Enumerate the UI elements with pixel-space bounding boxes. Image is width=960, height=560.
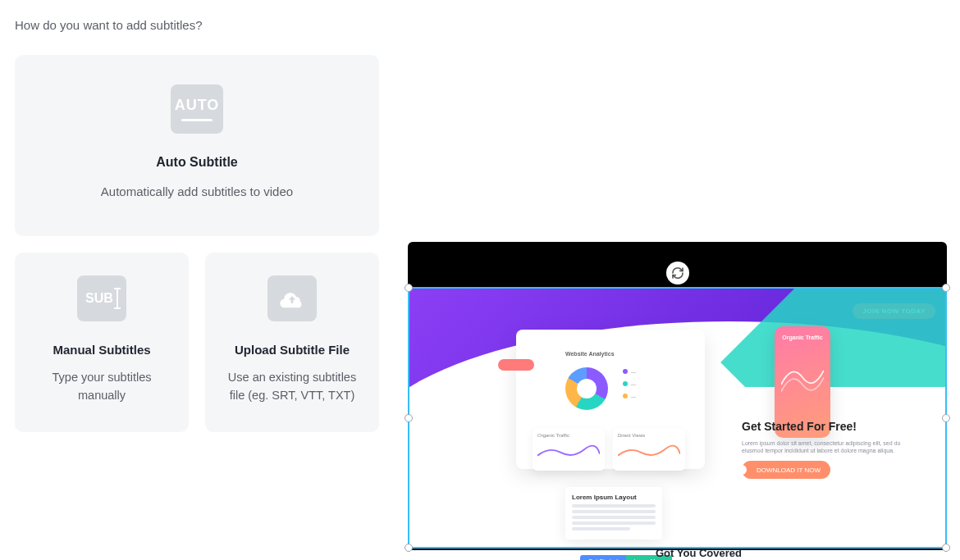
upload-title: Upload Subtitle File bbox=[235, 343, 350, 357]
panel-heading: How do you want to add subtitles? bbox=[15, 18, 379, 32]
resize-handle-e[interactable] bbox=[942, 414, 950, 422]
auto-desc: Automatically add subtitles to video bbox=[39, 183, 354, 202]
monitor-mockup: Website Analytics — — — Organic Traffic … bbox=[516, 330, 705, 469]
donut-chart-icon bbox=[565, 367, 608, 410]
upload-desc: Use an existing subtitles file (eg. SRT,… bbox=[220, 368, 364, 405]
resize-handle-sw[interactable] bbox=[405, 544, 413, 552]
upload-cloud-icon bbox=[267, 275, 317, 321]
legend-icon: — — — bbox=[623, 369, 636, 399]
option-auto-subtitle[interactable]: AUTO Auto Subtitle Automatically add sub… bbox=[15, 55, 379, 236]
option-upload-subtitle-file[interactable]: Upload Subtitle File Use an existing sub… bbox=[205, 253, 379, 433]
auto-icon-label: AUTO bbox=[175, 97, 220, 114]
section-heading: Got You Covered bbox=[656, 547, 742, 559]
download-button: DOWNLOAD IT NOW bbox=[742, 461, 830, 479]
resize-handle-se[interactable] bbox=[942, 544, 950, 552]
text-card: Lorem Ipsum Layout bbox=[565, 487, 662, 540]
resize-handle-nw[interactable] bbox=[405, 284, 413, 292]
auto-title: Auto Subtitle bbox=[39, 155, 354, 170]
auto-icon: AUTO bbox=[171, 84, 223, 134]
resize-handle-ne[interactable] bbox=[942, 284, 950, 292]
manual-title: Manual Subtitles bbox=[53, 343, 150, 357]
dashboard-title: Website Analytics bbox=[565, 351, 615, 357]
hero-body: Lorem ipsum dolor sit amet, consectetur … bbox=[742, 439, 914, 454]
device-mockups: Website Analytics — — — Organic Traffic … bbox=[516, 330, 705, 469]
mini-chart-panel: Organic Traffic bbox=[533, 428, 605, 471]
hero-heading: Get Started For Free! bbox=[742, 420, 914, 433]
manual-icon-label: SUB bbox=[85, 291, 113, 306]
mini-chart-panel: Direct Views bbox=[613, 428, 685, 471]
sync-icon[interactable] bbox=[666, 262, 689, 285]
text-cursor-icon bbox=[117, 289, 118, 307]
video-canvas[interactable]: JOIN NOW TODAY Website Analytics — — — O… bbox=[408, 242, 947, 550]
hero-cta-button: JOIN NOW TODAY bbox=[853, 303, 935, 319]
auto-icon-underline bbox=[181, 119, 213, 121]
hero-copy: Get Started For Free! Lorem ipsum dolor … bbox=[742, 420, 914, 479]
resize-handle-w[interactable] bbox=[405, 414, 413, 422]
manual-icon: SUB bbox=[77, 275, 126, 321]
selected-media-frame[interactable]: JOIN NOW TODAY Website Analytics — — — O… bbox=[408, 287, 947, 549]
subtitle-options-panel: How do you want to add subtitles? AUTO A… bbox=[0, 0, 394, 560]
manual-desc: Type your subtitles manually bbox=[30, 368, 174, 405]
option-manual-subtitles[interactable]: SUB Manual Subtitles Type your subtitles… bbox=[15, 253, 189, 433]
